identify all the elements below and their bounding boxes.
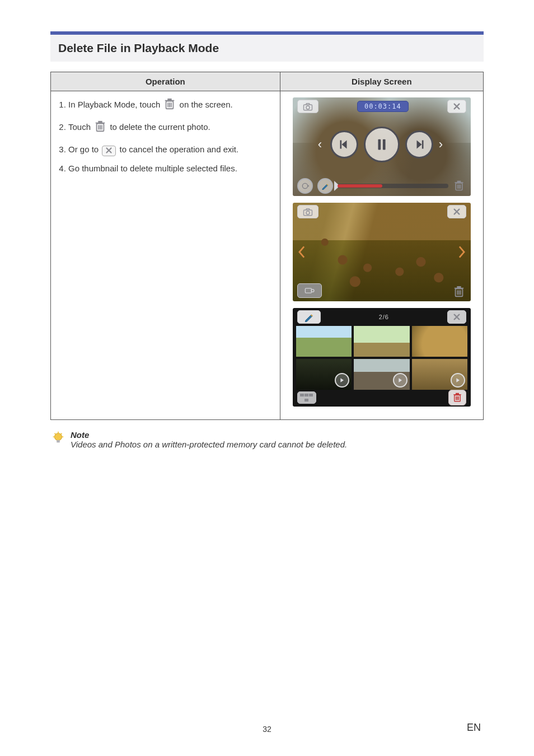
operation-list: In Playback Mode, touch on the screen. T… xyxy=(56,97,275,175)
step1-text-a: In Playback Mode, touch xyxy=(68,100,162,109)
grid-view-button[interactable] xyxy=(297,391,316,404)
operation-step-3: Or go to to cancel the operation and exi… xyxy=(68,143,275,156)
display-screen-2 xyxy=(293,203,471,301)
th-operation: Operation xyxy=(51,72,280,91)
loop-button[interactable] xyxy=(297,178,313,194)
trash-icon xyxy=(163,97,176,114)
camera-button[interactable] xyxy=(297,100,318,113)
chevron-right-icon[interactable]: › xyxy=(439,138,446,151)
trash-button[interactable] xyxy=(448,390,466,405)
trash-button[interactable] xyxy=(452,179,466,193)
step3-text-a: Or go to xyxy=(68,144,101,154)
bulb-icon xyxy=(50,430,66,447)
note-title: Note xyxy=(71,430,347,440)
page-language: EN xyxy=(467,722,481,734)
th-display: Display Screen xyxy=(280,72,483,91)
close-button[interactable] xyxy=(447,310,466,324)
seek-bar[interactable] xyxy=(336,184,448,188)
operation-step-4: Go thumbnail to delete multiple selected… xyxy=(68,162,275,175)
operation-step-2: Touch to delete the current photo. xyxy=(68,120,275,137)
thumbnail[interactable] xyxy=(412,359,467,390)
thumbnail-counter: 2/6 xyxy=(379,314,389,320)
next-button[interactable] xyxy=(405,130,433,158)
thumbnail[interactable] xyxy=(296,359,352,390)
x-icon xyxy=(102,146,116,156)
play-icon xyxy=(451,373,465,388)
camera-button[interactable] xyxy=(297,205,318,218)
thumbnail[interactable] xyxy=(354,326,409,357)
note-block: Note Videos and Photos on a written-prot… xyxy=(50,430,484,449)
prev-button[interactable] xyxy=(330,130,358,158)
pause-button[interactable] xyxy=(364,127,400,162)
trash-button[interactable] xyxy=(452,284,466,299)
chevron-right-icon[interactable] xyxy=(455,243,469,261)
mode-button[interactable] xyxy=(297,283,322,298)
thumbnail[interactable] xyxy=(354,359,409,390)
step2-text-a: Touch xyxy=(68,122,93,132)
display-screen-3: 2/6 xyxy=(293,308,471,407)
play-icon xyxy=(335,373,349,388)
edit-button[interactable] xyxy=(317,178,333,194)
close-button[interactable] xyxy=(447,205,466,218)
step3-text-b: to cancel the operation and exit. xyxy=(120,144,239,154)
close-button[interactable] xyxy=(447,100,466,113)
note-text: Videos and Photos on a written-protected… xyxy=(71,440,347,449)
trash-icon xyxy=(94,120,106,137)
operation-step-1: In Playback Mode, touch on the screen. xyxy=(68,97,275,114)
edit-button[interactable] xyxy=(297,310,321,324)
page-number: 32 xyxy=(0,725,534,734)
play-icon xyxy=(393,373,407,388)
thumbnail-grid xyxy=(296,326,467,390)
section-title: Delete File in Playback Mode xyxy=(50,31,484,62)
chevron-left-icon[interactable] xyxy=(295,243,308,261)
chevron-left-icon[interactable]: ‹ xyxy=(318,138,325,151)
display-screen-1: 00:03:14 ‹ xyxy=(293,97,471,196)
instruction-table: Operation Display Screen In Playback Mod… xyxy=(50,72,484,420)
playback-time: 00:03:14 xyxy=(357,101,409,112)
thumbnail[interactable] xyxy=(412,326,467,357)
step2-text-b: to delete the current photo. xyxy=(110,122,210,132)
step1-text-b: on the screen. xyxy=(180,100,233,109)
thumbnail[interactable] xyxy=(296,326,352,357)
